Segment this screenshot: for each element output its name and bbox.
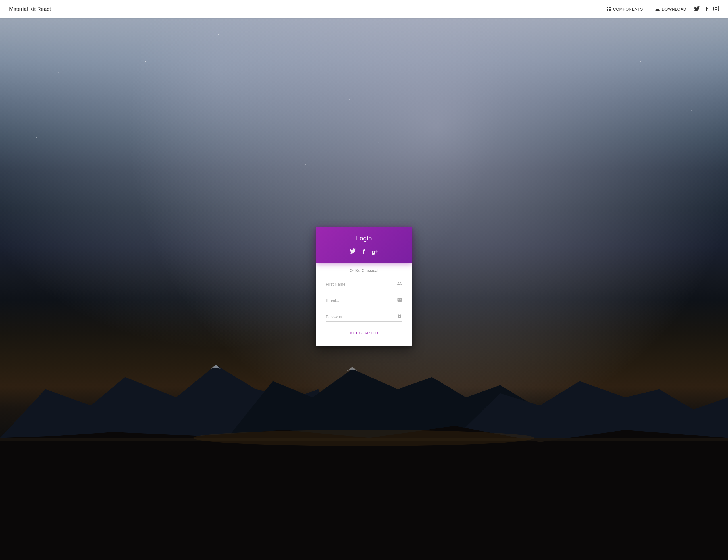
- firstname-group: [326, 280, 402, 289]
- brand-logo[interactable]: Material Kit React: [9, 6, 51, 12]
- login-googleplus-button[interactable]: g+: [372, 248, 378, 256]
- lock-icon: [397, 314, 402, 320]
- navbar-right: COMPONENTS ▾ ☁ DOWNLOAD f: [607, 6, 719, 13]
- card-body: Or Be Classical: [316, 263, 412, 346]
- download-button[interactable]: ☁ DOWNLOAD: [655, 6, 686, 12]
- facebook-icon: f: [363, 248, 364, 255]
- hero-section: Login f g+ Or Be Classical: [0, 18, 728, 560]
- email-icon: [397, 297, 402, 304]
- grid-icon: [607, 7, 611, 11]
- svg-point-8: [193, 430, 534, 446]
- get-started-button[interactable]: GET STARTED: [326, 328, 402, 338]
- or-classical-text: Or Be Classical: [326, 268, 402, 273]
- nav-facebook-icon[interactable]: f: [706, 6, 708, 13]
- login-twitter-button[interactable]: [350, 248, 356, 256]
- download-label: DOWNLOAD: [662, 7, 686, 11]
- password-group: [326, 312, 402, 322]
- nav-twitter-icon[interactable]: [694, 6, 700, 13]
- email-group: [326, 296, 402, 305]
- login-card: Login f g+ Or Be Classical: [316, 227, 412, 346]
- nav-social-icons: f: [694, 6, 719, 13]
- card-header: Login f g+: [316, 227, 412, 263]
- chevron-down-icon: ▾: [645, 8, 647, 11]
- components-menu[interactable]: COMPONENTS ▾: [607, 7, 647, 11]
- cloud-download-icon: ☁: [655, 6, 660, 12]
- person-icon: [397, 281, 402, 287]
- password-input[interactable]: [326, 312, 402, 322]
- login-facebook-button[interactable]: f: [363, 248, 364, 256]
- email-input[interactable]: [326, 296, 402, 305]
- navbar: Material Kit React COMPONENTS ▾ ☁ DOWNLO…: [0, 0, 728, 18]
- card-title: Login: [322, 235, 406, 242]
- social-login-icons: f g+: [322, 248, 406, 256]
- nav-instagram-icon[interactable]: [713, 6, 719, 13]
- firstname-input[interactable]: [326, 280, 402, 289]
- components-label: COMPONENTS: [613, 7, 643, 11]
- mountain-silhouette: [0, 316, 728, 560]
- googleplus-icon: g+: [372, 249, 378, 255]
